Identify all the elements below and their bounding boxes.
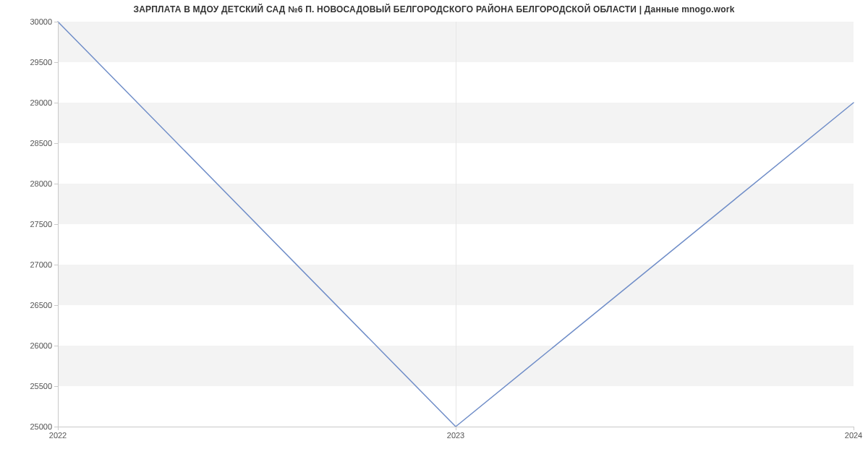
y-tick-mark — [54, 224, 58, 225]
chart-container: ЗАРПЛАТА В МДОУ ДЕТСКИЙ САД №6 П. НОВОСА… — [0, 0, 868, 470]
y-tick-label: 29000 — [9, 98, 52, 107]
y-tick-mark — [54, 305, 58, 306]
y-tick-label: 27500 — [9, 220, 52, 228]
y-tick-mark — [54, 103, 58, 103]
y-tick-mark — [54, 22, 58, 22]
y-tick-mark — [54, 62, 58, 63]
y-tick-label: 26000 — [9, 341, 52, 350]
x-tick-mark — [58, 427, 59, 430]
plot-area — [58, 22, 854, 427]
y-tick-label: 26500 — [9, 301, 52, 309]
y-tick-mark — [54, 346, 58, 346]
y-tick-mark — [54, 265, 58, 265]
y-tick-label: 28500 — [9, 139, 52, 148]
y-tick-mark — [54, 143, 58, 144]
y-tick-label: 25500 — [9, 382, 52, 390]
y-tick-mark — [54, 184, 58, 184]
x-tick-label: 2024 — [845, 431, 862, 440]
x-tick-label: 2022 — [49, 431, 67, 440]
y-tick-label: 29500 — [9, 58, 52, 67]
y-tick-label: 30000 — [9, 17, 52, 26]
y-tick-label: 25000 — [9, 422, 52, 431]
y-tick-label: 27000 — [9, 260, 52, 269]
y-tick-label: 28000 — [9, 179, 52, 188]
y-tick-mark — [54, 386, 58, 387]
x-tick-mark — [456, 427, 456, 430]
x-tick-label: 2023 — [447, 431, 464, 440]
chart-title: ЗАРПЛАТА В МДОУ ДЕТСКИЙ САД №6 П. НОВОСА… — [0, 4, 868, 14]
y-axis — [58, 22, 59, 427]
x-tick-mark — [854, 427, 854, 430]
line-series — [58, 22, 854, 427]
